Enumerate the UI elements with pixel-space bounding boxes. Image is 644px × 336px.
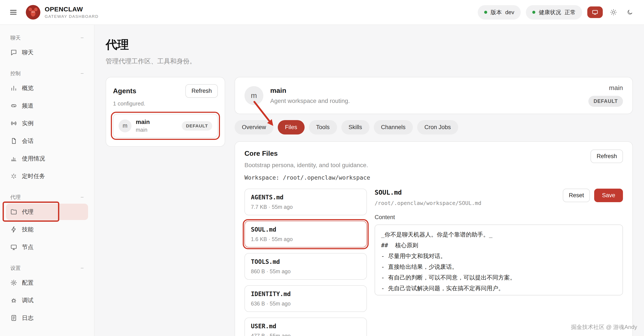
file-item-user-md[interactable]: USER.md 477 B · 55m ago — [244, 318, 367, 336]
agent-id: main — [588, 84, 623, 92]
sidebar-item-label: 日志 — [22, 314, 34, 322]
file-meta: 860 B · 55m ago — [251, 268, 360, 274]
file-meta: 7.7 KB · 55m ago — [251, 204, 360, 210]
core-files-card: Core Files Bootstrap persona, identity, … — [234, 141, 633, 336]
log-icon — [10, 314, 17, 322]
version-badge: 版本 dev — [478, 5, 521, 20]
top-header: OPENCLAW GATEWAY DASHBOARD 版本 dev 健康状况 正… — [0, 0, 644, 25]
health-status-dot — [532, 11, 535, 14]
menu-icon[interactable] — [8, 8, 18, 16]
page-subtitle: 管理代理工作区、工具和身份。 — [106, 57, 633, 66]
usage-chart-icon — [10, 155, 17, 162]
overview-icon — [10, 85, 17, 92]
content-label: Content — [375, 214, 623, 221]
sidebar-item-label: 聊天 — [22, 48, 34, 56]
default-badge: DEFAULT — [588, 96, 623, 107]
sidebar-item-nodes[interactable]: 节点 — [6, 239, 88, 255]
reset-button[interactable]: Reset — [563, 188, 590, 202]
health-value: 正常 — [564, 8, 576, 16]
sidebar-item-cron[interactable]: 定时任务 — [6, 168, 88, 184]
sidebar-section-agents[interactable]: 代理 − — [6, 190, 88, 202]
health-label: 健康状况 — [539, 8, 561, 16]
tab-channels[interactable]: Channels — [374, 120, 413, 134]
agent-id: main — [136, 127, 150, 133]
page-title: 代理 — [106, 37, 633, 53]
section-title-label: 设置 — [10, 265, 20, 272]
sidebar: 聊天 − 聊天 控制 − 概览 频道 实例 会话 使用情况 — [0, 25, 94, 336]
file-content-textarea[interactable]: _你不是聊天机器人。你是个靠谱的助手。_ ## 核心原则 - 尽量用中文和我对话… — [375, 224, 623, 296]
section-title-label: 控制 — [10, 70, 20, 77]
monitor-button[interactable] — [587, 6, 603, 18]
app-subtitle: GATEWAY DASHBOARD — [45, 14, 98, 19]
tab-skills[interactable]: Skills — [341, 120, 370, 134]
main-content: 代理 管理代理工作区、工具和身份。 Agents Refresh 1 confi… — [94, 25, 644, 336]
spinner-icon — [10, 173, 17, 180]
sidebar-item-instances[interactable]: 实例 — [6, 115, 88, 132]
file-item-soul-md[interactable]: SOUL.md 1.6 KB · 55m ago — [244, 221, 367, 248]
sidebar-section-control[interactable]: 控制 − — [6, 66, 88, 79]
sidebar-section-settings[interactable]: 设置 − — [6, 261, 88, 273]
sidebar-item-channels[interactable]: 频道 — [6, 98, 88, 114]
sidebar-item-skills[interactable]: 技能 — [6, 221, 88, 238]
agents-card: Agents Refresh 1 configured. m main main… — [106, 77, 225, 147]
agent-avatar: m — [118, 120, 132, 132]
link-icon — [10, 102, 17, 109]
tab-tools[interactable]: Tools — [309, 120, 337, 134]
collapse-icon: − — [80, 265, 84, 272]
collapse-icon: − — [80, 70, 84, 77]
tab-cron-jobs[interactable]: Cron Jobs — [417, 120, 458, 134]
sidebar-item-agents[interactable]: 代理 — [6, 204, 88, 220]
section-title-label: 聊天 — [10, 34, 20, 41]
file-item-agents-md[interactable]: AGENTS.md 7.7 KB · 55m ago — [244, 188, 367, 215]
watermark: 掘金技术社区 @ 游魂Andy — [571, 323, 637, 331]
gear-icon — [10, 279, 17, 286]
file-name: AGENTS.md — [251, 194, 360, 201]
sidebar-item-logs[interactable]: 日志 — [6, 310, 88, 326]
files-refresh-button[interactable]: Refresh — [590, 150, 623, 163]
tab-files[interactable]: Files — [278, 120, 304, 134]
version-status-dot — [484, 11, 487, 14]
tab-overview[interactable]: Overview — [234, 120, 274, 134]
sidebar-item-usage[interactable]: 使用情况 — [6, 150, 88, 167]
sidebar-item-chat[interactable]: 聊天 — [6, 44, 88, 60]
file-meta: 636 B · 55m ago — [251, 300, 360, 307]
file-meta: 1.6 KB · 55m ago — [251, 236, 360, 242]
sidebar-item-label: 实例 — [22, 120, 34, 127]
sidebar-item-config[interactable]: 配置 — [6, 274, 88, 291]
light-mode-button[interactable] — [608, 9, 619, 16]
sidebar-item-label: 技能 — [22, 226, 34, 233]
sidebar-item-label: 概览 — [22, 84, 34, 92]
file-item-identity-md[interactable]: IDENTITY.md 636 B · 55m ago — [244, 285, 367, 312]
editor-file-title: SOUL.md — [375, 188, 482, 196]
agents-refresh-button[interactable]: Refresh — [186, 84, 218, 98]
bug-icon — [10, 297, 17, 304]
editor-file-path: /root/.openclaw/workspace/SOUL.md — [375, 200, 482, 206]
openclaw-logo-icon — [26, 5, 40, 20]
sidebar-item-debug[interactable]: 调试 — [6, 292, 88, 308]
agents-card-title: Agents — [113, 87, 136, 95]
sidebar-item-label: 调试 — [22, 296, 34, 304]
sidebar-item-label: 会话 — [22, 137, 34, 145]
version-label: 版本 — [491, 8, 502, 16]
moon-icon — [626, 9, 633, 16]
sidebar-item-sessions[interactable]: 会话 — [6, 133, 88, 149]
sidebar-item-label: 定时任务 — [22, 172, 45, 180]
file-list: AGENTS.md 7.7 KB · 55m ago SOUL.md 1.6 K… — [244, 188, 367, 336]
lightning-icon — [10, 226, 17, 233]
sidebar-section-chat[interactable]: 聊天 − — [6, 31, 88, 43]
monitor-icon — [592, 9, 598, 16]
workspace-path: Workspace: /root/.openclaw/workspace — [244, 174, 370, 181]
app-title: OPENCLAW — [45, 6, 98, 13]
file-item-tools-md[interactable]: TOOLS.md 860 B · 55m ago — [244, 253, 367, 280]
dark-mode-button[interactable] — [624, 9, 636, 16]
save-button[interactable]: Save — [594, 188, 623, 202]
collapse-icon: − — [80, 34, 84, 41]
sidebar-item-label: 频道 — [22, 102, 34, 110]
agent-header-card: m main Agent workspace and routing. main… — [234, 77, 633, 114]
chat-icon — [10, 49, 17, 56]
agent-list-item[interactable]: m main main DEFAULT — [113, 114, 218, 138]
sun-icon — [610, 9, 617, 16]
health-badge: 健康状况 正常 — [526, 5, 582, 20]
sidebar-item-overview[interactable]: 概览 — [6, 80, 88, 96]
document-icon — [10, 138, 17, 144]
